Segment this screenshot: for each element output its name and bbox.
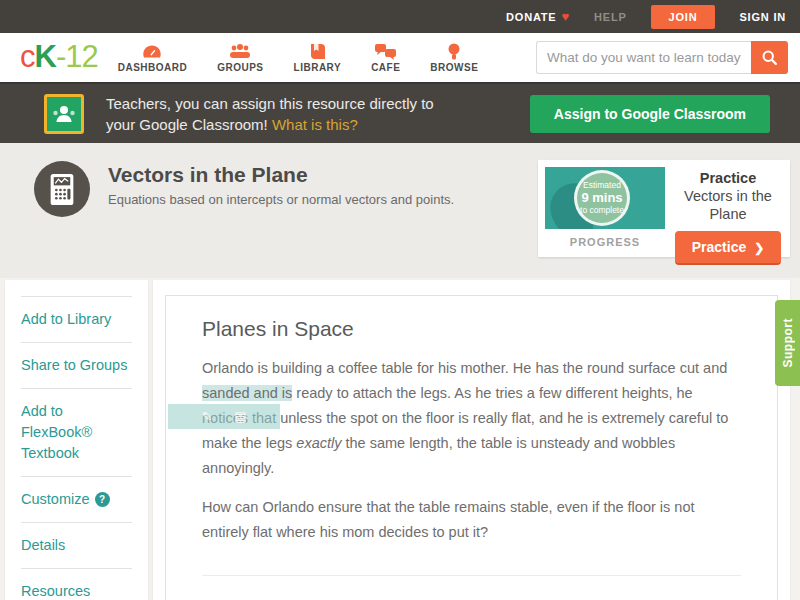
donate-label: DONATE	[506, 11, 556, 23]
nav-label: LIBRARY	[294, 62, 342, 73]
content-area: Add to Library Share to Groups Add to Fl…	[0, 278, 800, 600]
progress-image[interactable]: Estimated 9 mins to complete	[545, 167, 665, 229]
estimated-suffix: to complete	[580, 205, 624, 216]
selection-toolbar[interactable]: ✎▤	[168, 404, 280, 429]
question-icon[interactable]: ?	[95, 492, 110, 507]
page-title: Vectors in the Plane	[108, 163, 454, 187]
nav-label: CAFE	[371, 62, 400, 73]
nav-item-dashboard[interactable]: DASHBOARD	[118, 43, 188, 73]
assign-to-classroom-button[interactable]: Assign to Google Classroom	[530, 95, 770, 133]
sidebar-item-details[interactable]: Details	[21, 522, 132, 568]
sidebar-item-share-to-groups[interactable]: Share to Groups	[21, 342, 132, 388]
nav-item-browse[interactable]: BROWSE	[430, 43, 478, 73]
nav-item-groups[interactable]: GROUPS	[217, 43, 263, 73]
chevron-right-icon: ❯	[754, 241, 764, 255]
sign-in-link[interactable]: SIGN IN	[739, 11, 786, 23]
estimated-time-badge: Estimated 9 mins to complete	[574, 170, 630, 226]
note-icon[interactable]: ▤	[234, 404, 246, 429]
sidebar: Add to Library Share to Groups Add to Fl…	[5, 280, 148, 600]
nav-label: DASHBOARD	[118, 62, 188, 73]
practice-title: Practice Vectors in the Plane	[675, 169, 781, 223]
highlighted-text[interactable]: sanded and is✎▤	[202, 385, 292, 401]
main-panel: Planes in Space Orlando is building a co…	[153, 280, 790, 600]
progress-label: PROGRESS	[545, 236, 665, 248]
p1-text: Orlando is building a coffee table for h…	[202, 360, 727, 376]
donate-link[interactable]: DONATE ♥	[506, 9, 570, 24]
nav-item-library[interactable]: LIBRARY	[294, 43, 342, 73]
page-subtitle: Equations based on intercepts or normal …	[108, 192, 454, 207]
customize-label: Customize	[21, 491, 90, 507]
highlighter-icon[interactable]: ✎	[201, 404, 212, 429]
highlight-words: sanded and is	[202, 385, 292, 401]
support-tab[interactable]: Support	[775, 300, 800, 386]
search-bar	[536, 41, 788, 74]
heart-icon: ♥	[561, 9, 570, 24]
join-button[interactable]: JOIN	[651, 5, 716, 29]
calculator-icon	[34, 161, 90, 217]
banner-line-2: your Google Classroom!	[106, 116, 272, 133]
banner-message: Teachers, you can assign this resource d…	[106, 93, 434, 135]
support-label: Support	[781, 318, 795, 368]
book-icon	[307, 43, 327, 60]
nav-label: GROUPS	[217, 62, 263, 73]
people-icon	[228, 43, 252, 60]
sidebar-item-add-to-flexbook[interactable]: Add to FlexBook® Textbook	[21, 388, 132, 476]
sidebar-item-add-to-library[interactable]: Add to Library	[21, 296, 132, 342]
sidebar-item-resources[interactable]: Resources	[21, 568, 132, 600]
ck12-logo[interactable]: cK-12	[20, 39, 98, 75]
google-classroom-banner: Teachers, you can assign this resource d…	[0, 82, 800, 143]
chat-bubbles-icon	[374, 43, 397, 60]
nav-item-cafe[interactable]: CAFE	[371, 43, 400, 73]
section-divider	[202, 575, 741, 576]
p1-italic: exactly	[296, 435, 341, 451]
practice-card: Estimated 9 mins to complete PROGRESS Pr…	[538, 160, 790, 257]
lightbulb-icon	[447, 43, 461, 60]
search-button[interactable]	[751, 41, 788, 74]
nav-items: DASHBOARD GROUPS LIBRARY CAFE	[118, 43, 479, 73]
estimated-minutes: 9 mins	[581, 191, 622, 205]
practice-title-bold: Practice	[700, 170, 756, 186]
concept-header: Vectors in the Plane Equations based on …	[0, 143, 800, 278]
logo-k: K	[35, 39, 56, 74]
paragraph-2: How can Orlando ensure that the table re…	[202, 495, 741, 545]
banner-line-1: Teachers, you can assign this resource d…	[106, 93, 434, 114]
logo-c: c	[20, 39, 35, 74]
search-icon	[761, 49, 778, 66]
logo-suffix: -12	[56, 39, 98, 74]
main-navbar: cK-12 DASHBOARD GROUPS LIBRARY	[0, 33, 800, 82]
gauge-icon	[141, 43, 163, 60]
practice-button-label: Practice	[692, 239, 746, 255]
sidebar-item-customize[interactable]: Customize?	[21, 476, 132, 522]
practice-title-rest: Vectors in the Plane	[684, 188, 772, 222]
paragraph-1: Orlando is building a coffee table for h…	[202, 356, 741, 481]
lesson-card: Planes in Space Orlando is building a co…	[165, 295, 778, 600]
practice-button[interactable]: Practice❯	[675, 231, 781, 265]
help-link[interactable]: HELP	[594, 11, 627, 23]
search-input[interactable]	[536, 41, 751, 74]
google-classroom-icon	[44, 94, 84, 134]
nav-label: BROWSE	[430, 62, 478, 73]
what-is-this-link[interactable]: What is this?	[272, 116, 358, 133]
utility-bar: DONATE ♥ HELP JOIN SIGN IN	[0, 0, 800, 33]
lesson-heading: Planes in Space	[202, 317, 741, 341]
